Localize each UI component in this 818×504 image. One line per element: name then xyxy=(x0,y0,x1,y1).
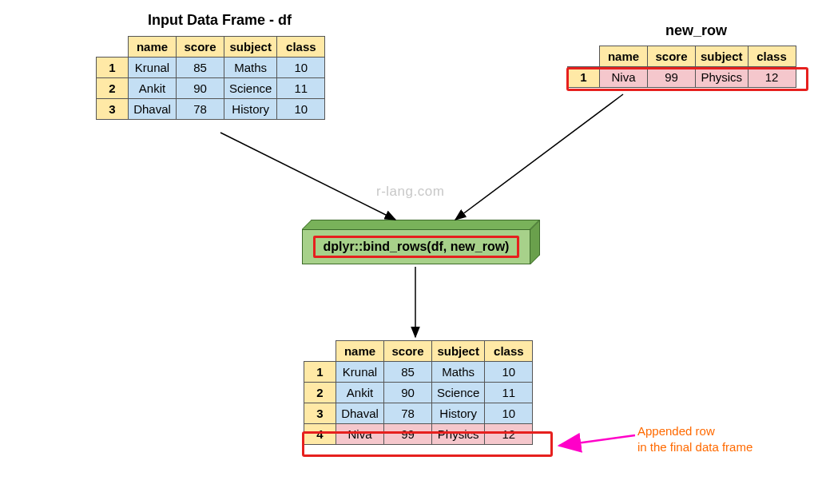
newrow-col-class: class xyxy=(748,46,796,67)
result-col-name: name xyxy=(336,341,384,362)
command-top-face xyxy=(302,220,540,229)
result-row-idx: 3 xyxy=(304,403,336,424)
df-corner xyxy=(97,37,129,58)
df-col-score: score xyxy=(177,37,224,58)
result-cell: 10 xyxy=(485,362,533,383)
table-row: 2 Ankit 90 Science 11 xyxy=(97,78,325,99)
result-cell: 90 xyxy=(384,383,432,403)
command-side-face xyxy=(530,220,540,264)
result-cell: Dhaval xyxy=(336,403,384,424)
arrow-newrow-to-command xyxy=(455,94,623,220)
newrow-cell: Niva xyxy=(600,67,648,88)
watermark: r-lang.com xyxy=(376,184,444,200)
df-cell: Dhaval xyxy=(129,99,177,120)
table-row: 2 Ankit 90 Science 11 xyxy=(304,383,533,403)
df-cell: 11 xyxy=(277,78,325,99)
result-cell: Ankit xyxy=(336,383,384,403)
df-table: name score subject class 1 Krunal 85 Mat… xyxy=(96,36,325,120)
table-row: 3 Dhaval 78 History 10 xyxy=(304,403,533,424)
df-row-idx: 3 xyxy=(97,99,129,120)
result-cell: Physics xyxy=(432,424,485,445)
newrow-corner xyxy=(568,46,600,67)
newrow-col-score: score xyxy=(648,46,696,67)
annotation-line1: Appended row xyxy=(637,424,715,438)
newrow-title: new_row xyxy=(665,22,727,39)
df-cell: 10 xyxy=(277,99,325,120)
newrow-cell: 99 xyxy=(648,67,696,88)
df-cell: Maths xyxy=(224,58,277,78)
df-cell: 85 xyxy=(177,58,224,78)
newrow-col-name: name xyxy=(600,46,648,67)
result-row-idx: 1 xyxy=(304,362,336,383)
result-cell: Maths xyxy=(432,362,485,383)
arrow-annotation xyxy=(559,435,635,446)
result-cell: 99 xyxy=(384,424,432,445)
df-title: Input Data Frame - df xyxy=(148,12,292,29)
newrow-col-subject: subject xyxy=(696,46,749,67)
result-cell: 11 xyxy=(485,383,533,403)
command-text: dplyr::bind_rows(df, new_row) xyxy=(313,236,520,258)
df-cell: 90 xyxy=(177,78,224,99)
table-row: 1 Krunal 85 Maths 10 xyxy=(97,58,325,78)
result-cell: History xyxy=(432,403,485,424)
result-col-score: score xyxy=(384,341,432,362)
newrow-cell: Physics xyxy=(696,67,749,88)
table-row: 1 Krunal 85 Maths 10 xyxy=(304,362,533,383)
table-row: 1 Niva 99 Physics 12 xyxy=(568,67,796,88)
result-cell: 78 xyxy=(384,403,432,424)
df-cell: 10 xyxy=(277,58,325,78)
command-front-face: dplyr::bind_rows(df, new_row) xyxy=(302,229,530,264)
newrow-table: name score subject class 1 Niva 99 Physi… xyxy=(567,46,796,88)
df-row-idx: 1 xyxy=(97,58,129,78)
result-col-class: class xyxy=(485,341,533,362)
df-cell: Science xyxy=(224,78,277,99)
annotation-text: Appended row in the final data frame xyxy=(637,423,752,454)
arrow-df-to-command xyxy=(220,133,395,220)
result-col-subject: subject xyxy=(432,341,485,362)
df-col-class: class xyxy=(277,37,325,58)
newrow-row-idx: 1 xyxy=(568,67,600,88)
table-row: 3 Dhaval 78 History 10 xyxy=(97,99,325,120)
result-cell: 85 xyxy=(384,362,432,383)
result-cell: Niva xyxy=(336,424,384,445)
df-cell: History xyxy=(224,99,277,120)
df-cell: Ankit xyxy=(129,78,177,99)
result-corner xyxy=(304,341,336,362)
result-cell: Krunal xyxy=(336,362,384,383)
df-col-subject: subject xyxy=(224,37,277,58)
result-row-idx: 4 xyxy=(304,424,336,445)
newrow-cell: 12 xyxy=(748,67,796,88)
df-col-name: name xyxy=(129,37,177,58)
command-box: dplyr::bind_rows(df, new_row) xyxy=(302,220,540,266)
table-row: 4 Niva 99 Physics 12 xyxy=(304,424,533,445)
result-row-idx: 2 xyxy=(304,383,336,403)
result-cell: 10 xyxy=(485,403,533,424)
annotation-line2: in the final data frame xyxy=(637,440,752,454)
result-cell: Science xyxy=(432,383,485,403)
result-cell: 12 xyxy=(485,424,533,445)
df-cell: 78 xyxy=(177,99,224,120)
df-row-idx: 2 xyxy=(97,78,129,99)
result-table: name score subject class 1 Krunal 85 Mat… xyxy=(304,340,533,445)
df-cell: Krunal xyxy=(129,58,177,78)
